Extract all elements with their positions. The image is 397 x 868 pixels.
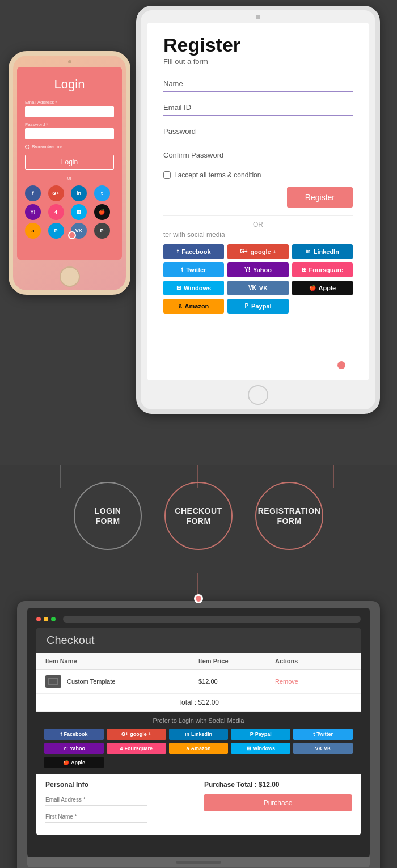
- phone-password-label: Password *: [25, 122, 48, 127]
- checkout-window: Checkout Item Name Item Price Actions: [36, 628, 361, 835]
- phone-social-grid: f G+ in t Y! 4 ⊞ 🍎 a P VK P: [25, 185, 114, 239]
- social-media-bar: Prefer to Login with Social Media f Face…: [36, 712, 361, 774]
- co-paypal-btn[interactable]: P Paypal: [231, 729, 290, 740]
- item-price-cell: $12.00: [198, 678, 275, 685]
- foursquare-button[interactable]: ⊞ Foursquare: [292, 262, 353, 277]
- phone-login-title: Login: [54, 77, 85, 92]
- apple-button[interactable]: 🍎 Apple: [292, 281, 353, 295]
- circles-section: LOGINFORM CHECKOUTFORM REGISTRATIONFORM: [0, 465, 397, 573]
- phone-google-icon[interactable]: G+: [48, 185, 64, 201]
- social-bar-title: Prefer to Login with Social Media: [44, 717, 353, 724]
- terms-label: I accept all terms & condition: [174, 171, 261, 179]
- laptop-screen: Checkout Item Name Item Price Actions: [27, 608, 370, 857]
- laptop-device: Checkout Item Name Item Price Actions: [17, 601, 380, 868]
- personal-info-title: Personal Info: [45, 781, 198, 789]
- tablet-screen: Register Fill out a form I accept all te…: [147, 23, 369, 380]
- register-name-field[interactable]: [163, 76, 353, 92]
- laptop-titlebar: [36, 616, 361, 623]
- co-linkedin-btn[interactable]: in LinkedIn: [169, 729, 229, 740]
- url-bar: [63, 616, 361, 623]
- laptop-notch: [176, 861, 221, 864]
- phone-twitter-icon[interactable]: t: [94, 185, 110, 201]
- laptop-base: [27, 857, 370, 867]
- checkout-total: Total : $12.00: [36, 694, 361, 712]
- purchase-button[interactable]: Purchase: [204, 794, 352, 811]
- phone-home-button[interactable]: [60, 266, 80, 287]
- tablet-camera: [256, 15, 260, 19]
- register-confirm-field[interactable]: [163, 147, 353, 163]
- phone-apple-icon[interactable]: 🍎: [94, 204, 110, 220]
- phone-amazon-icon[interactable]: a: [25, 223, 41, 239]
- phone-remember-label: Remember me: [32, 144, 62, 149]
- phone-windows-icon[interactable]: ⊞: [71, 204, 87, 220]
- co-twitter-btn[interactable]: t Twitter: [293, 729, 353, 740]
- checkout-social-grid: f Facebook G+ google + in LinkedIn P Pay…: [44, 729, 353, 768]
- co-windows-btn[interactable]: ⊞ Windows: [231, 743, 290, 754]
- login-circle-label: LOGINFORM: [74, 482, 142, 550]
- phone-email-label: Email Address *: [25, 100, 57, 105]
- login-circle: LOGINFORM: [74, 482, 142, 550]
- co-amazon-btn[interactable]: a Amazon: [169, 743, 229, 754]
- top-section: Login Email Address * Password * Remembe…: [0, 0, 397, 465]
- item-name-label: Custom Template: [67, 678, 115, 685]
- co-apple-btn[interactable]: 🍎 Apple: [44, 757, 104, 768]
- phone-foursquare-icon[interactable]: 4: [48, 204, 64, 220]
- registration-circle-label: REGISTRATIONFORM: [255, 482, 323, 550]
- facebook-button[interactable]: f Facebook: [163, 244, 224, 259]
- yahoo-button[interactable]: Y! Yahoo: [227, 262, 288, 277]
- vk-button[interactable]: VK VK: [227, 281, 288, 295]
- social-buttons-grid: f Facebook G+ google + in LinkedIn t Twi…: [163, 244, 353, 314]
- co-foursquare-btn[interactable]: 4 Foursquare: [107, 743, 166, 754]
- col-actions: Actions: [275, 658, 352, 664]
- register-button[interactable]: Register: [287, 187, 353, 208]
- item-name-cell: Custom Template: [45, 675, 198, 688]
- phone-camera: [68, 60, 71, 63]
- checkout-dot: [194, 594, 203, 603]
- checkout-circle: CHECKOUTFORM: [164, 482, 233, 550]
- checkout-bottom: Personal Info Purchase Total : $12.00 Pu…: [36, 774, 361, 835]
- phone-yahoo-icon[interactable]: Y!: [25, 204, 41, 220]
- col-item-price: Item Price: [198, 658, 275, 664]
- phone-login-btn[interactable]: Login: [25, 155, 114, 170]
- register-email-field[interactable]: [163, 100, 353, 116]
- laptop-container: Checkout Item Name Item Price Actions: [17, 601, 380, 868]
- paypal-button[interactable]: P Paypal: [227, 299, 288, 314]
- google-button[interactable]: G+ google +: [227, 244, 288, 259]
- register-title: Register: [163, 34, 353, 56]
- windows-button[interactable]: ⊞ Windows: [163, 281, 224, 295]
- phone-linkedin-icon[interactable]: in: [71, 185, 87, 201]
- tablet-dot: [336, 359, 347, 371]
- checkout-firstname-field[interactable]: [45, 811, 147, 823]
- svg-rect-5: [49, 679, 57, 684]
- phone-dot: [68, 231, 76, 239]
- purchase-total: Purchase Total : $12.00: [204, 781, 352, 789]
- checkout-email-field[interactable]: [45, 794, 147, 806]
- co-facebook-btn[interactable]: f Facebook: [44, 729, 104, 740]
- checkout-connector: [0, 573, 397, 601]
- checkout-item-row: Custom Template $12.00 Remove: [36, 670, 361, 694]
- co-yahoo-btn[interactable]: Y! Yahoo: [44, 743, 104, 754]
- social-login-text: ter with social media: [163, 231, 353, 239]
- laptop-section: Checkout Item Name Item Price Actions: [0, 601, 397, 868]
- terms-checkbox[interactable]: [163, 171, 171, 179]
- remove-button[interactable]: Remove: [275, 678, 352, 685]
- phone-or-text: or: [67, 175, 71, 181]
- co-google-btn[interactable]: G+ google +: [107, 729, 166, 740]
- checkout-header: Checkout: [36, 628, 361, 653]
- close-dot: [36, 617, 41, 621]
- phone-facebook-icon[interactable]: f: [25, 185, 41, 201]
- col-item-name: Item Name: [45, 658, 198, 664]
- twitter-button[interactable]: t Twitter: [163, 262, 224, 277]
- amazon-button[interactable]: a Amazon: [163, 299, 224, 314]
- phone-paypal-icon[interactable]: P: [48, 223, 64, 239]
- tablet-home-button[interactable]: [248, 385, 268, 405]
- phone-email-input[interactable]: [25, 106, 114, 117]
- registration-circle: REGISTRATIONFORM: [255, 482, 323, 550]
- phone-password-input[interactable]: [25, 128, 114, 139]
- personal-info-panel: Personal Info: [45, 781, 198, 828]
- registration-circle-text: REGISTRATIONFORM: [258, 506, 321, 526]
- register-password-field[interactable]: [163, 124, 353, 139]
- phone-extra-icon[interactable]: P: [94, 223, 110, 239]
- linkedin-button[interactable]: in LinkedIn: [292, 244, 353, 259]
- co-vk-btn[interactable]: VK VK: [293, 743, 353, 754]
